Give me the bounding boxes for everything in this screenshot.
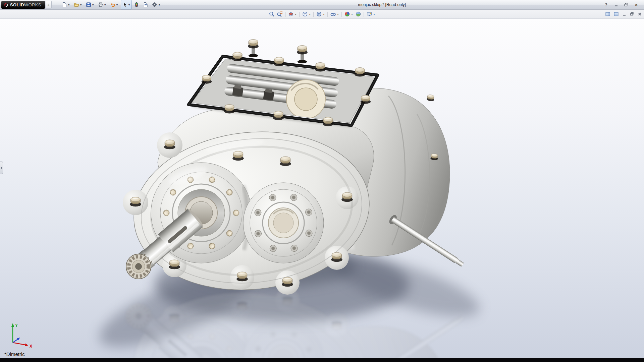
- triad-x-label: X: [30, 344, 32, 349]
- save-button[interactable]: ▼: [85, 0, 96, 9]
- display-style-icon: [316, 11, 322, 17]
- menu-expand-icon: »: [48, 3, 50, 7]
- open-button[interactable]: ▼: [72, 0, 84, 9]
- rebuild-icon: [134, 2, 139, 7]
- options-button[interactable]: ▼: [151, 0, 162, 9]
- view-settings-icon: [366, 11, 372, 17]
- graphics-viewport[interactable]: [0, 18, 644, 358]
- close-button[interactable]: ×: [633, 1, 640, 8]
- restore-button[interactable]: [623, 1, 630, 8]
- undo-icon: [110, 2, 115, 7]
- panel-splitter-handle[interactable]: [0, 162, 3, 174]
- dropdown-arrow-icon[interactable]: ▼: [323, 13, 325, 15]
- dropdown-arrow-icon[interactable]: ▼: [128, 4, 130, 6]
- edit-appearance-icon: [344, 11, 350, 17]
- zoom-to-area-icon: [277, 11, 283, 17]
- split-pane-icon: [605, 12, 610, 16]
- standard-toolbar: ▼ ▼ ▼: [60, 0, 162, 9]
- dropdown-arrow-icon[interactable]: ▼: [104, 4, 106, 6]
- select-button[interactable]: ▼: [121, 0, 132, 9]
- dropdown-arrow-icon[interactable]: ▼: [158, 4, 160, 6]
- child-minimize-icon: [622, 12, 626, 16]
- minimize-button[interactable]: [612, 1, 620, 8]
- app-name: SOLIDWORKS: [10, 2, 41, 7]
- dropdown-arrow-icon[interactable]: ▼: [68, 4, 70, 6]
- dropdown-arrow-icon[interactable]: ▼: [92, 4, 94, 6]
- window-controls: ? ×: [602, 1, 643, 8]
- dropdown-arrow-icon[interactable]: ▼: [294, 13, 297, 15]
- zoom-to-fit-button[interactable]: [268, 10, 275, 18]
- dropdown-arrow-icon[interactable]: ▼: [80, 4, 82, 6]
- toolbar-separator: [299, 12, 300, 17]
- collapse-arrow-icon: [0, 166, 2, 170]
- undo-button[interactable]: ▼: [109, 0, 120, 9]
- dropdown-arrow-icon[interactable]: ▼: [337, 13, 339, 15]
- view-orientation-icon: [302, 11, 308, 17]
- solidworks-logo[interactable]: SOLIDWORKS: [1, 1, 45, 9]
- child-restore-icon: [630, 12, 634, 16]
- toolbar-separator: [327, 12, 328, 17]
- print-icon: [98, 2, 103, 7]
- task-pane-icon: [614, 12, 619, 16]
- file-properties-button[interactable]: [142, 0, 150, 9]
- minimize-icon: [614, 3, 618, 7]
- toolbar-separator: [285, 12, 285, 17]
- child-close-button[interactable]: [637, 10, 642, 18]
- gearbox-model[interactable]: [123, 40, 466, 301]
- new-document-icon: [62, 2, 67, 7]
- toolbar-separator: [364, 12, 364, 17]
- help-icon: ?: [605, 2, 607, 7]
- solidworks-window: SOLIDWORKS » ▼ ▼: [0, 0, 644, 362]
- display-style-button[interactable]: ▼: [315, 10, 326, 18]
- options-gear-icon: [152, 2, 157, 7]
- file-properties-icon: [143, 2, 148, 7]
- triad-y-label: Y: [15, 323, 18, 328]
- child-minimize-button[interactable]: [622, 10, 627, 18]
- split-pane-button[interactable]: [605, 10, 611, 18]
- menu-row: ▼ ▼ ▼: [0, 10, 644, 19]
- dropdown-arrow-icon[interactable]: ▼: [373, 13, 375, 15]
- toolbar-separator: [313, 12, 314, 17]
- document-window-controls: [605, 10, 642, 18]
- rebuild-button[interactable]: [132, 0, 141, 9]
- close-icon: ×: [635, 2, 638, 7]
- child-restore-button[interactable]: [629, 10, 635, 18]
- view-settings-button[interactable]: ▼: [366, 10, 376, 18]
- section-view-icon: [288, 11, 294, 17]
- heads-up-view-toolbar: ▼ ▼ ▼: [268, 10, 376, 18]
- restore-icon: [624, 3, 629, 7]
- titlebar[interactable]: SOLIDWORKS » ▼ ▼: [0, 0, 644, 10]
- taskbar-edge: [0, 358, 644, 362]
- dassault-logo-icon: [3, 2, 8, 7]
- dropdown-arrow-icon[interactable]: ▼: [309, 13, 311, 15]
- graphics-area[interactable]: Y X *Dimetric: [0, 18, 644, 358]
- view-orientation-label: *Dimetric: [4, 351, 25, 357]
- section-view-button[interactable]: ▼: [287, 10, 298, 18]
- zoom-to-area-button[interactable]: [276, 10, 283, 18]
- document-title: menjac sklop * [Read-only]: [358, 0, 406, 9]
- dropdown-arrow-icon[interactable]: ▼: [116, 4, 118, 6]
- help-button[interactable]: ?: [602, 1, 610, 8]
- menu-expand-tab[interactable]: »: [46, 1, 52, 8]
- hide-show-items-button[interactable]: ▼: [329, 10, 340, 18]
- task-pane-button[interactable]: [613, 10, 619, 18]
- print-button[interactable]: ▼: [97, 0, 108, 9]
- apply-scene-icon: [355, 11, 361, 17]
- edit-appearance-button[interactable]: ▼: [343, 10, 354, 18]
- open-icon: [74, 2, 79, 7]
- zoom-to-fit-icon: [269, 11, 275, 17]
- view-orientation-button[interactable]: ▼: [301, 10, 312, 18]
- child-close-icon: [638, 12, 642, 16]
- select-cursor-icon: [122, 2, 127, 7]
- orientation-triad: Y X: [6, 321, 37, 350]
- apply-scene-button[interactable]: [355, 10, 362, 18]
- new-document-button[interactable]: ▼: [60, 0, 71, 9]
- save-icon: [86, 2, 91, 7]
- toolbar-separator: [341, 12, 342, 17]
- dropdown-arrow-icon[interactable]: ▼: [351, 13, 353, 15]
- hide-show-items-icon: [330, 11, 336, 17]
